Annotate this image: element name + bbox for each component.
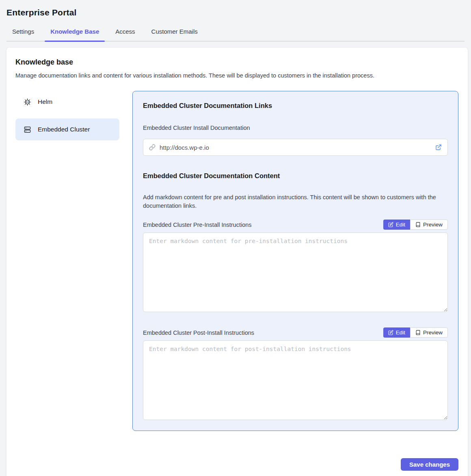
book-icon — [415, 222, 421, 227]
book-icon — [415, 330, 421, 335]
content-section-title: Embedded Cluster Documentation Content — [143, 172, 448, 180]
tab-access[interactable]: Access — [110, 25, 140, 41]
pre-install-preview-button[interactable]: Preview — [410, 220, 448, 230]
card-description: Manage documentation links and content f… — [15, 71, 458, 80]
save-row: Save changes — [15, 458, 458, 471]
sidebar-item-helm[interactable]: HELM Helm — [15, 91, 119, 113]
tab-knowledge-base[interactable]: Knowledge Base — [45, 25, 105, 41]
edit-icon — [388, 222, 393, 227]
post-install-textarea[interactable] — [143, 340, 448, 420]
external-link-icon[interactable] — [435, 144, 442, 151]
embedded-cluster-panel: Embedded Cluster Documentation Links Emb… — [132, 91, 458, 431]
preview-button-label: Preview — [423, 330, 443, 336]
content-row: HELM Helm Embedded Cluster Embedded Clus… — [15, 91, 458, 431]
post-install-edit-button[interactable]: Edit — [383, 327, 410, 338]
tab-customer-emails[interactable]: Customer Emails — [146, 25, 203, 41]
tab-settings[interactable]: Settings — [6, 25, 40, 41]
svg-text:HELM: HELM — [26, 101, 30, 103]
server-stack-icon — [24, 126, 31, 134]
sidebar-item-label: Helm — [38, 98, 52, 106]
pre-install-edit-button[interactable]: Edit — [383, 220, 410, 230]
sidebar-item-embedded-cluster[interactable]: Embedded Cluster — [15, 118, 119, 140]
post-install-mode-toggle: Edit Preview — [383, 327, 448, 338]
edit-button-label: Edit — [396, 222, 405, 228]
pre-install-textarea[interactable] — [143, 233, 448, 312]
pre-install-mode-toggle: Edit Preview — [383, 220, 448, 230]
helm-icon: HELM — [24, 98, 31, 106]
install-doc-input-wrap — [143, 139, 448, 156]
edit-button-label: Edit — [396, 330, 405, 336]
preview-button-label: Preview — [423, 222, 443, 228]
card-title: Knowledge base — [15, 58, 458, 67]
tab-bar: Settings Knowledge Base Access Customer … — [6, 25, 465, 41]
post-install-preview-button[interactable]: Preview — [410, 327, 448, 338]
knowledge-base-card: Knowledge base Manage documentation link… — [6, 47, 468, 476]
content-section-description: Add markdown content for pre and post in… — [143, 193, 447, 210]
pre-install-header: Embedded Cluster Pre-Install Instruction… — [143, 220, 448, 230]
install-doc-url-input[interactable] — [160, 144, 431, 151]
sidebar-item-label: Embedded Cluster — [38, 126, 90, 133]
links-section-title: Embedded Cluster Documentation Links — [143, 102, 448, 110]
install-doc-label: Embedded Cluster Install Documentation — [143, 125, 448, 131]
post-install-header: Embedded Cluster Post-Install Instructio… — [143, 327, 448, 338]
edit-icon — [388, 330, 393, 335]
app-header: Enterprise Portal — [0, 0, 471, 17]
save-changes-button[interactable]: Save changes — [401, 458, 458, 471]
link-icon — [149, 144, 156, 151]
pre-install-label: Embedded Cluster Pre-Install Instruction… — [143, 222, 252, 228]
post-install-label: Embedded Cluster Post-Install Instructio… — [143, 330, 254, 336]
install-method-sidebar: HELM Helm Embedded Cluster — [15, 91, 119, 146]
page-title: Enterprise Portal — [6, 8, 465, 17]
